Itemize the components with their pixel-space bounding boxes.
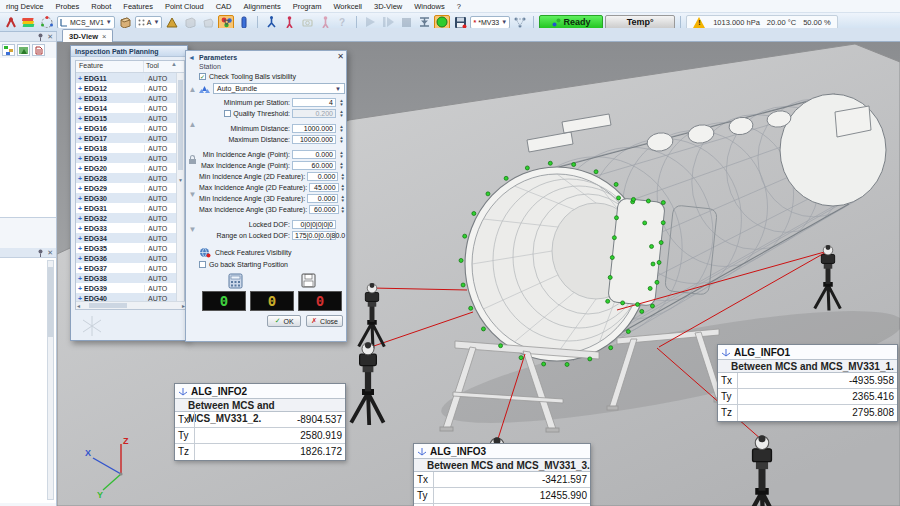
menu-item[interactable]: Probes [50,2,86,11]
info-box-title[interactable]: ALG_INFO1 [718,345,897,360]
scroll-up-icon[interactable]: ▲ [170,61,178,72]
expand-icon[interactable]: + [76,285,84,292]
report-view-icon[interactable] [32,44,45,56]
menu-item[interactable]: Alignments [238,2,287,11]
scrollbar[interactable] [47,260,54,500]
column-tool[interactable]: Tool [144,61,170,72]
feature-row[interactable]: +EDG11AUTO [76,73,184,83]
coordinate-system-combo[interactable]: MCS_MV1▼ [57,16,115,29]
save-icon[interactable] [301,273,316,288]
info-box-title[interactable]: ALG_INFO2 [175,384,345,399]
menu-item[interactable]: 3D-View [368,2,408,11]
expand-icon[interactable]: + [76,225,84,232]
nav-up2-icon[interactable]: ▲ [189,120,197,129]
dialog-title[interactable]: Inspection Path Planning [71,46,187,57]
expand-icon[interactable]: + [76,165,84,172]
feature-row[interactable]: +EDG35AUTO [76,243,184,253]
menu-item[interactable]: Program [287,2,328,11]
alg-info1-box[interactable]: ALG_INFO1Between MCS and MCS_MV331_1.Tx-… [717,344,898,422]
feature-row[interactable]: +EDG36AUTO [76,253,184,263]
expand-icon[interactable]: + [76,105,84,112]
expand-icon[interactable]: + [76,265,84,272]
expand-icon[interactable]: + [76,235,84,242]
feature-row[interactable]: +EDG14AUTO [76,103,184,113]
expand-icon[interactable]: + [76,175,84,182]
expand-icon[interactable]: + [76,215,84,222]
spinner-control[interactable]: ▲▼ [338,98,345,107]
menu-item[interactable]: ? [451,2,467,11]
pin-icon[interactable] [37,249,44,257]
parameter-input[interactable]: 0.200 [292,109,336,118]
feature-row[interactable]: +EDG19AUTO [76,153,184,163]
orbit-points-icon[interactable] [39,15,55,30]
spinner-control[interactable]: ▲▼ [338,109,345,118]
check-features-visibility-button[interactable]: Check Features Visibility [199,246,345,259]
spinner-control[interactable]: ▲▼ [340,172,345,181]
feature-row[interactable]: +EDG33AUTO [76,223,184,233]
feature-row[interactable]: +EDG16AUTO [76,123,184,133]
expand-icon[interactable]: + [76,245,84,252]
spinner-control[interactable]: ▲▼ [338,135,345,144]
features-view-icon[interactable] [17,44,30,56]
expand-icon[interactable]: + [76,155,84,162]
close-icon[interactable]: ✕ [47,249,53,257]
column-feature[interactable]: Feature [76,61,144,72]
parameter-input[interactable]: 4 [292,98,336,107]
3d-viewport[interactable]: Inspection Path Planning Feature Tool ▲ … [57,42,900,506]
calculator-icon[interactable] [228,273,243,289]
spinner-control[interactable]: ▲▼ [338,124,345,133]
feature-row[interactable]: +EDG37AUTO [76,263,184,273]
expand-icon[interactable]: + [76,205,84,212]
pin-icon[interactable] [37,33,44,41]
close-button[interactable]: ✗Close [306,315,343,327]
bundle-combo[interactable]: Auto_Bundle▼ [213,83,345,94]
feature-row[interactable]: +EDG34AUTO [76,233,184,243]
expand-icon[interactable]: + [76,115,84,122]
feature-row[interactable]: +EDG12AUTO [76,83,184,93]
feature-row[interactable]: +EDG15AUTO [76,113,184,123]
spinner-control[interactable]: ▲▼ [341,205,345,214]
menu-item[interactable]: CAD [210,2,238,11]
nav-down2-icon[interactable]: ▼ [189,225,197,234]
feature-row[interactable]: +EDG28AUTO [76,173,184,183]
robot-icon[interactable] [3,15,19,30]
tree-view-icon[interactable] [2,44,15,56]
menu-item[interactable]: Workcell [327,2,368,11]
expand-icon[interactable]: + [76,255,84,262]
parameter-input[interactable]: 0.000 [307,194,338,203]
parameter-input[interactable]: 10000.000 [292,135,336,144]
expand-icon[interactable]: + [76,125,84,132]
tab-close-icon[interactable]: × [102,32,106,41]
feature-row[interactable]: +EDG32AUTO [76,213,184,223]
ok-button[interactable]: ✓OK [267,315,301,327]
spinner-control[interactable]: ▲▼ [338,161,345,170]
alg-info2-box[interactable]: ALG_INFO2Between MCS and MCS_MV331_2.Tx-… [174,383,346,461]
feature-row[interactable]: +EDG30AUTO [76,193,184,203]
spinner-control[interactable]: ▲▼ [341,183,345,192]
parameter-input[interactable]: 175|0.0|0.0|80.0 [292,231,336,240]
go-back-start-row[interactable]: Go back Starting Position [199,259,345,270]
feature-row[interactable]: +EDG20AUTO [76,163,184,173]
view-mode-combo[interactable]: A▼ [135,16,163,29]
expand-icon[interactable]: + [76,185,84,192]
horizontal-scrollbar[interactable]: ◄► [76,301,186,309]
expand-icon[interactable]: + [76,195,84,202]
spinner-control[interactable]: ▲▼ [338,150,345,159]
alg-info3-box[interactable]: ALG_INFO3Between MCS and MCS_MV331_3.Tx-… [413,443,591,506]
lock-icon[interactable] [189,159,196,164]
expand-icon[interactable]: + [76,135,84,142]
menu-item[interactable]: Point Cloud [159,2,210,11]
feature-row[interactable]: +EDG31AUTO [76,203,184,213]
parameter-input[interactable]: 1000.000 [292,124,336,133]
nav-up-icon[interactable]: ▲ [189,85,197,94]
feature-row[interactable]: +EDG13AUTO [76,93,184,103]
feature-row[interactable]: +EDG39AUTO [76,283,184,293]
collapse-icon[interactable]: ◄ [188,54,195,61]
expand-icon[interactable]: + [76,95,84,102]
color-map-icon[interactable] [21,15,37,30]
info-box-title[interactable]: ALG_INFO3 [414,444,590,459]
vertical-scrollbar[interactable]: ▼ [176,73,184,303]
menu-item[interactable]: Robot [85,2,117,11]
expand-icon[interactable]: + [76,85,84,92]
parameter-input[interactable]: 0.000 [307,172,338,181]
